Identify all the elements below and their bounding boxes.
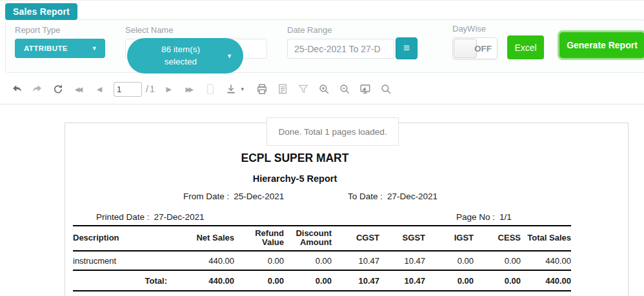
col-net-sales: Net Sales (179, 226, 234, 251)
select-name-label: Select Name (125, 25, 267, 35)
col-discount-amount: Discount Amount (284, 226, 332, 251)
daywise-toggle[interactable]: OFF (452, 37, 498, 59)
page-no: Page No :1/1 (456, 212, 512, 222)
page-no-value: 1/1 (499, 212, 512, 222)
date-range-input[interactable] (287, 39, 394, 59)
zoom-out-icon[interactable] (338, 83, 351, 95)
company-name: ECPL SUPER MART (65, 152, 525, 165)
total-label: Total: (73, 270, 179, 291)
date-range-menu-button[interactable]: ≡ (396, 37, 418, 59)
first-page-icon[interactable]: ◀◀ (72, 83, 85, 95)
total-net-sales: 440.00 (179, 270, 234, 291)
daywise-label: DayWise (452, 24, 498, 34)
cell-cgst: 10.47 (332, 251, 379, 270)
col-description: Description (73, 226, 179, 251)
report-title: Hierarchy-5 Report (65, 173, 525, 184)
table-header-row: Description Net Sales Refund Value Disco… (73, 226, 571, 251)
select-name-dropdown[interactable]: 86 item(s) selected ▼ (127, 38, 243, 74)
menu-icon: ≡ (403, 42, 410, 54)
from-date: From Date :25-Dec-2021 (183, 192, 284, 201)
cell-total-sales: 440.00 (521, 251, 571, 270)
report-type-group: Report Type ATTRIBUTE ▼ (15, 25, 105, 58)
daywise-group: DayWise OFF (452, 24, 498, 59)
total-igst: 0.00 (425, 270, 474, 291)
status-message: Done. Total 1 pages loaded. (279, 127, 387, 137)
document-icon[interactable] (276, 83, 289, 95)
report-type-label: Report Type (15, 25, 105, 35)
page-count-label: /1 (146, 84, 156, 94)
toggle-knob (454, 39, 477, 58)
filter-panel: Report Type ATTRIBUTE ▼ Select Name 86 i… (5, 19, 644, 73)
generate-report-button[interactable]: Generate Report (559, 32, 644, 58)
from-date-label: From Date : (183, 192, 229, 201)
filter-icon[interactable] (297, 83, 310, 95)
date-range-label: Date Range (287, 25, 418, 35)
selected-count-line2: selected (165, 57, 197, 66)
next-page-icon[interactable]: ▶ (163, 83, 176, 95)
excel-button[interactable]: Excel (507, 35, 544, 59)
printed-date: Printed Date :27-Dec-2021 (96, 212, 205, 222)
col-total-sales: Total Sales (521, 226, 571, 251)
total-discount-amount: 0.00 (284, 270, 332, 291)
report-type-value: ATTRIBUTE (24, 44, 68, 52)
from-date-value: 25-Dec-2021 (234, 192, 284, 201)
selected-count-line1: 86 item(s) (161, 44, 200, 54)
col-refund-value: Refund Value (234, 226, 284, 251)
col-sgst: SGST (379, 226, 425, 251)
undo-icon[interactable] (10, 83, 23, 95)
total-sgst: 10.47 (379, 270, 425, 291)
page-no-label: Page No : (456, 212, 495, 222)
cell-igst: 0.00 (425, 251, 474, 270)
pdf-toolbar: ◀◀ ◀ /1 ▶ ▶▶ ▼ (0, 74, 644, 104)
top-divider (0, 0, 644, 1)
table-row: instrucment 440.00 0.00 0.00 10.47 10.47… (73, 251, 571, 270)
cell-sgst: 10.47 (379, 251, 425, 270)
download-options-icon[interactable]: ▼ (239, 83, 247, 95)
chevron-down-icon: ▼ (226, 52, 232, 59)
total-refund-value: 0.00 (234, 270, 284, 291)
total-total-sales: 440.00 (521, 270, 571, 291)
to-date: To Date :27-Dec-2021 (348, 192, 438, 201)
page-number-input[interactable] (114, 82, 142, 97)
cell-description: instrucment (73, 251, 179, 270)
col-cgst: CGST (332, 226, 379, 251)
date-range-group: Date Range ≡ (287, 25, 418, 59)
cell-discount-amount: 0.00 (284, 251, 332, 270)
cell-cess: 0.00 (474, 251, 521, 270)
fit-screen-icon[interactable] (359, 83, 372, 95)
table-total-row: Total: 440.00 0.00 0.00 10.47 10.47 0.00… (73, 270, 571, 291)
chevron-down-icon: ▼ (92, 45, 97, 52)
blank-page-icon[interactable] (204, 83, 217, 95)
col-igst: IGST (425, 226, 474, 251)
toggle-state-label: OFF (474, 44, 492, 54)
report-type-dropdown[interactable]: ATTRIBUTE ▼ (15, 39, 105, 58)
download-icon[interactable] (225, 83, 237, 95)
select-name-group: Select Name 86 item(s) selected ▼ (125, 25, 267, 59)
redo-icon[interactable] (31, 83, 44, 95)
tab-sales-report[interactable]: Sales Report (5, 3, 77, 20)
col-cess: CESS (474, 226, 521, 251)
cell-refund-value: 0.00 (234, 251, 284, 270)
to-date-value: 27-Dec-2021 (387, 192, 438, 201)
printed-date-label: Printed Date : (96, 212, 150, 222)
status-toast: Done. Total 1 pages loaded. (267, 117, 399, 146)
search-icon[interactable] (379, 83, 392, 95)
prev-page-icon[interactable]: ◀ (93, 83, 106, 95)
total-cess: 0.00 (474, 270, 521, 291)
total-cgst: 10.47 (332, 270, 379, 291)
cell-net-sales: 440.00 (179, 251, 234, 270)
to-date-label: To Date : (348, 192, 383, 201)
zoom-in-icon[interactable] (317, 83, 330, 95)
print-icon[interactable] (256, 83, 268, 95)
report-page: ECPL SUPER MART Hierarchy-5 Report From … (65, 123, 629, 296)
last-page-icon[interactable]: ▶▶ (183, 83, 196, 95)
report-table: Description Net Sales Refund Value Disco… (73, 225, 571, 291)
pdf-viewer: ECPL SUPER MART Hierarchy-5 Report From … (0, 104, 644, 296)
refresh-icon[interactable] (52, 83, 65, 95)
printed-date-value: 27-Dec-2021 (154, 212, 205, 222)
